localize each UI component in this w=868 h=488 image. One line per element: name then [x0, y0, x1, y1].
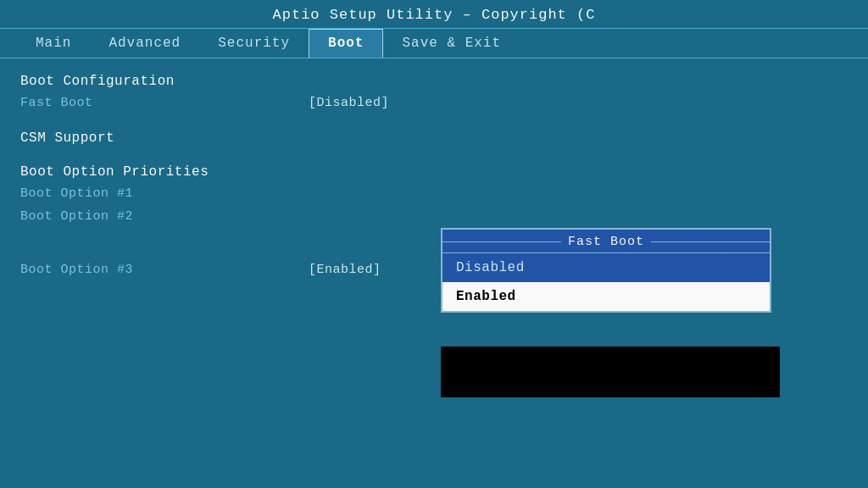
boot-option-priorities-title: Boot Option Priorities — [20, 164, 848, 180]
dropdown-option-disabled[interactable]: Disabled — [442, 253, 770, 282]
boot-option-3-label[interactable]: Boot Option #3 — [20, 263, 309, 277]
main-content: Boot Configuration Fast Boot [Disabled] … — [0, 58, 868, 297]
title-text: Aptio Setup Utility – Copyright (C — [273, 7, 596, 23]
title-bar: Aptio Setup Utility – Copyright (C — [0, 0, 868, 28]
fast-boot-row: Fast Boot [Disabled] — [20, 92, 848, 114]
dropdown-option-enabled[interactable]: Enabled — [442, 282, 770, 311]
nav-item-save-exit[interactable]: Save & Exit — [383, 29, 520, 58]
fast-boot-dropdown: Fast Boot Disabled Enabled — [441, 228, 771, 313]
fast-boot-label: Fast Boot — [20, 96, 309, 110]
csm-support-title: CSM Support — [20, 130, 848, 146]
boot-option-1-label[interactable]: Boot Option #1 — [20, 186, 309, 201]
boot-option-2-row: Boot Option #2 — [20, 206, 848, 227]
black-bar — [441, 347, 780, 397]
nav-item-advanced[interactable]: Advanced — [90, 29, 199, 58]
nav-item-boot[interactable]: Boot — [309, 29, 383, 58]
dropdown-title: Fast Boot — [442, 230, 770, 253]
boot-option-1-row: Boot Option #1 — [20, 183, 848, 204]
nav-bar: Main Advanced Security Boot Save & Exit — [0, 28, 868, 58]
nav-item-main[interactable]: Main — [17, 29, 90, 58]
spacer-2 — [20, 149, 848, 164]
dropdown-title-text: Fast Boot — [568, 235, 644, 249]
fast-boot-value[interactable]: [Disabled] — [309, 96, 389, 110]
boot-option-2-label[interactable]: Boot Option #2 — [20, 209, 309, 224]
nav-item-security[interactable]: Security — [199, 29, 309, 58]
boot-option-3-value[interactable]: [Enabled] — [309, 263, 381, 277]
spacer-1 — [20, 115, 848, 130]
boot-configuration-title: Boot Configuration — [20, 74, 848, 89]
